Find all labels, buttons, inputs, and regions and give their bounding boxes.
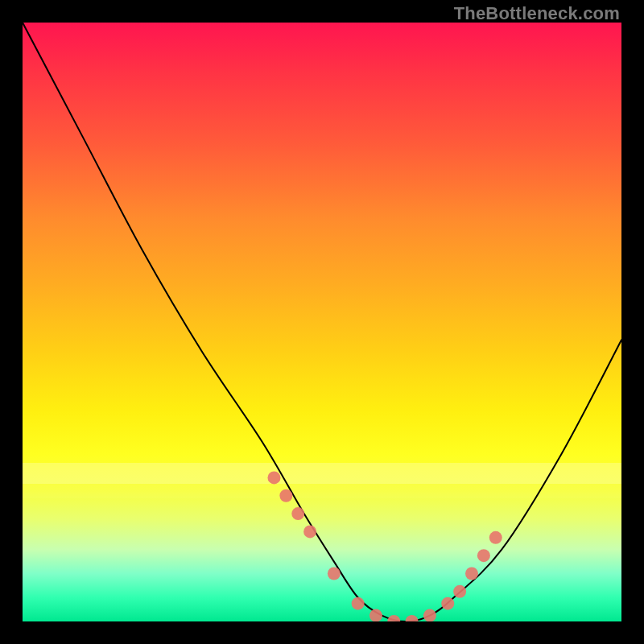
svg-point-9 bbox=[423, 609, 436, 621]
svg-point-12 bbox=[465, 567, 478, 580]
svg-point-8 bbox=[406, 615, 419, 621]
svg-point-2 bbox=[291, 507, 304, 520]
bottleneck-curve bbox=[23, 23, 621, 621]
highlight-dots bbox=[267, 471, 502, 621]
curve-layer bbox=[23, 23, 621, 621]
svg-point-5 bbox=[352, 597, 365, 610]
svg-point-13 bbox=[477, 549, 490, 562]
svg-point-6 bbox=[369, 609, 382, 621]
svg-point-10 bbox=[441, 597, 454, 610]
svg-point-3 bbox=[303, 525, 316, 538]
plot-area bbox=[23, 23, 621, 621]
svg-point-11 bbox=[453, 585, 466, 598]
svg-point-14 bbox=[489, 531, 502, 544]
watermark-text: TheBottleneck.com bbox=[454, 3, 620, 24]
svg-point-4 bbox=[328, 567, 341, 580]
svg-point-7 bbox=[387, 615, 400, 621]
svg-point-0 bbox=[267, 471, 280, 484]
svg-point-1 bbox=[279, 489, 292, 502]
chart-frame: TheBottleneck.com bbox=[0, 0, 644, 644]
